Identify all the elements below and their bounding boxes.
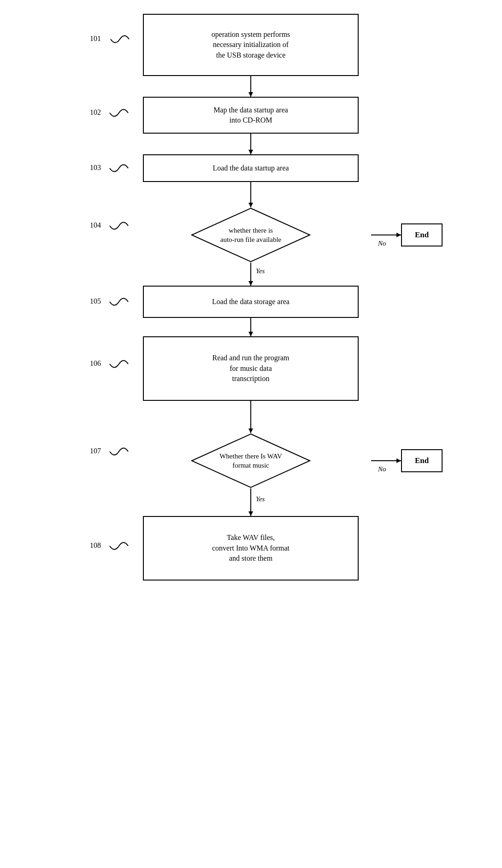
svg-marker-9 xyxy=(396,233,401,237)
no-label-104: No xyxy=(378,240,386,247)
step-104-diamond-wrapper: whether there is auto-run file available xyxy=(131,207,370,263)
squiggle-106 xyxy=(100,355,137,373)
step-105-box: Load the data storage area xyxy=(143,286,359,318)
yes-label-107: Yes xyxy=(256,495,265,503)
step-104-diamond: whether there is auto-run file available xyxy=(191,207,311,263)
step-101-box: operation system performs necessary init… xyxy=(143,14,359,76)
step-107-label: 107 xyxy=(90,447,101,455)
step-101-text: operation system performs necessary init… xyxy=(212,29,290,60)
step-103-text: Load the data startup area xyxy=(213,163,289,173)
no-label-107: No xyxy=(378,465,386,473)
svg-marker-11 xyxy=(248,332,253,336)
step-107-diamond: Whether there Is WAV format music xyxy=(191,433,311,488)
step-104-label: 104 xyxy=(90,221,101,229)
step-101-label: 101 xyxy=(90,35,101,43)
squiggle-101 xyxy=(101,30,138,48)
step-105-text: Load the data storage area xyxy=(212,297,289,307)
step-102-text: Map the data startup area into CD-ROM xyxy=(213,105,288,126)
step-108-text: Take WAV files, convert Into WMA format … xyxy=(212,533,289,563)
step-102-box: Map the data startup area into CD-ROM xyxy=(143,97,359,134)
step-107-text: Whether there Is WAV format music xyxy=(214,452,288,470)
step-108-label: 108 xyxy=(90,541,101,550)
step-107-diamond-wrapper: Whether there Is WAV format music xyxy=(131,433,370,488)
step-104-text: whether there is auto-run file available xyxy=(214,226,288,245)
step-108-box: Take WAV files, convert Into WMA format … xyxy=(143,516,359,581)
end-1-text: End xyxy=(415,229,429,240)
svg-marker-3 xyxy=(248,150,253,154)
step-106-box: Read and run the program for music data … xyxy=(143,336,359,401)
squiggle-107 xyxy=(100,442,137,461)
svg-marker-1 xyxy=(248,92,253,97)
yes-label-104: Yes xyxy=(256,267,265,275)
end-box-1: End xyxy=(401,223,443,246)
svg-marker-7 xyxy=(248,281,253,286)
squiggle-102 xyxy=(100,104,137,122)
svg-marker-17 xyxy=(396,458,401,463)
svg-marker-15 xyxy=(248,511,253,516)
svg-marker-5 xyxy=(248,203,253,207)
step-103-box: Load the data startup area xyxy=(143,154,359,182)
step-106-label: 106 xyxy=(90,359,101,368)
squiggle-105 xyxy=(100,293,137,311)
squiggle-103 xyxy=(100,159,137,177)
end-2-text: End xyxy=(415,455,429,466)
step-103-label: 103 xyxy=(90,164,101,172)
squiggle-104 xyxy=(100,217,137,235)
svg-marker-13 xyxy=(248,428,253,433)
end-box-2: End xyxy=(401,449,443,472)
step-102-label: 102 xyxy=(90,108,101,117)
step-105-label: 105 xyxy=(90,297,101,305)
squiggle-108 xyxy=(100,537,137,555)
step-106-text: Read and run the program for music data … xyxy=(212,353,289,384)
flowchart: operation system performs necessary init… xyxy=(0,0,502,868)
